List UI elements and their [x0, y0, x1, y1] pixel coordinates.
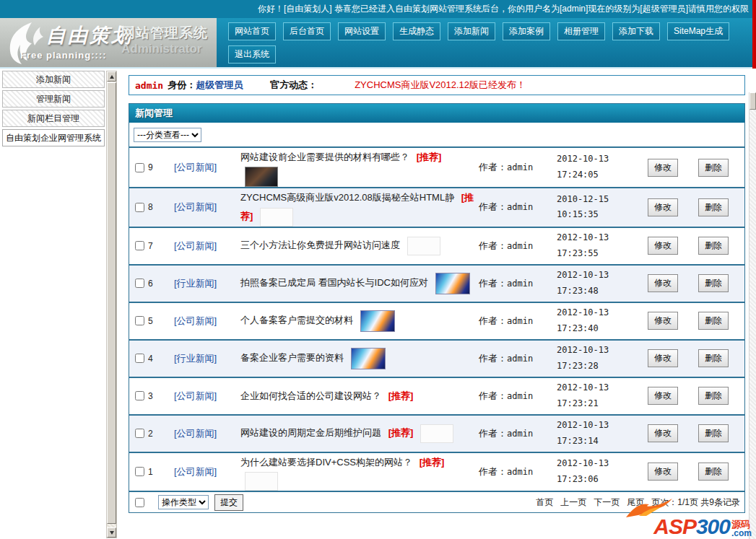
nav-item-7[interactable]: 相册管理 [557, 22, 605, 40]
nav-item-4[interactable]: 生成静态 [393, 22, 440, 40]
table-row: 8 [公司新闻] ZYCHCMS高级商业版v2012.08版揭秘全站HTML静 … [129, 187, 744, 227]
row-category-link[interactable]: [行业新闻] [174, 277, 240, 290]
news-table: 9 [公司新闻] 网站建设前企业需要提供的材料有哪些？ [推荐] 作者：admi… [129, 146, 744, 491]
sidebar-item-6[interactable]: 管理新闻 [2, 90, 105, 108]
row-title-link[interactable]: ZYCHCMS高级商业版v2012.08版揭秘全站HTML静 [240, 192, 454, 203]
sidebar-scroll-thumb[interactable] [107, 82, 116, 524]
brand-name-en: Free planning:::: [20, 50, 107, 61]
nav-item-5[interactable]: 添加新闻 [448, 22, 495, 40]
role-value: 超级管理员 [196, 79, 243, 92]
page-link-1[interactable]: 首页 [536, 497, 553, 507]
row-category-link[interactable]: [公司新闻] [174, 161, 240, 174]
sidebar: 系统设置单页管理视频管理新闻频道添加新闻管理新闻新闻栏目管理服务项目团队管理产品… [0, 70, 125, 539]
row-checkbox[interactable] [135, 163, 144, 172]
admin-info-bar: admin 身份： 超级管理员 官方动态： ZYCHCMS商业版V2012.12… [129, 75, 745, 95]
category-filter-select[interactable]: ---分类查看--- [134, 128, 201, 142]
row-category-link[interactable]: [公司新闻] [174, 315, 240, 328]
row-category-link[interactable]: [公司新闻] [174, 465, 240, 478]
welcome-bar: 你好！[自由策划人] 恭喜您已经进入自由策划网站管理系统后台，你的用户名为[ad… [0, 0, 756, 18]
sidebar-item-7[interactable]: 新闻栏目管理 [2, 110, 105, 127]
delete-button[interactable]: 删除 [698, 237, 729, 255]
page-link-2[interactable]: 上一页 [560, 497, 586, 507]
row-checkbox[interactable] [135, 429, 144, 438]
main-scroll-thumb[interactable] [750, 92, 756, 110]
edit-button[interactable]: 修改 [648, 424, 678, 442]
row-title-link[interactable]: 网站建设前企业需要提供的材料有哪些？ [240, 152, 409, 162]
submit-button[interactable]: 提交 [214, 494, 243, 511]
row-checkbox[interactable] [135, 241, 144, 250]
row-title-link[interactable]: 拍照备案已成定局 看国内站长与IDC如何应对 [240, 277, 428, 288]
edit-button[interactable]: 修改 [648, 387, 678, 405]
nav-item-8[interactable]: 添加下载 [612, 22, 660, 40]
nav-item-6[interactable]: 添加案例 [503, 22, 550, 40]
edit-button[interactable]: 修改 [648, 237, 678, 255]
delete-button[interactable]: 删除 [698, 312, 729, 330]
scroll-down-button[interactable] [107, 527, 116, 538]
row-title-link[interactable]: 企业如何找合适的公司建设网站？ [240, 390, 381, 401]
edit-button[interactable]: 修改 [648, 274, 678, 292]
role-label: 身份： [168, 79, 196, 92]
nav-item-9[interactable]: SiteMap生成 [667, 22, 729, 40]
page-link-3[interactable]: 下一页 [594, 497, 620, 507]
edit-button[interactable]: 修改 [648, 463, 678, 481]
row-checkbox[interactable] [135, 279, 144, 288]
brand-name-cn: 自由策划 [46, 22, 133, 48]
row-number: 2 [148, 429, 174, 439]
nav-item-2[interactable]: 后台首页 [283, 22, 331, 40]
edit-button[interactable]: 修改 [648, 349, 678, 367]
header: 自由策划 Free planning:::: 网站管理系统 Administra… [0, 18, 756, 69]
delete-button[interactable]: 删除 [698, 274, 729, 292]
edit-button[interactable]: 修改 [648, 198, 678, 216]
row-checkbox[interactable] [135, 203, 144, 212]
select-all-checkbox[interactable] [135, 498, 144, 507]
row-title-link[interactable]: 个人备案客户需提交的材料 [240, 315, 353, 325]
edit-button[interactable]: 修改 [648, 312, 678, 330]
main-scrollbar[interactable] [749, 92, 756, 539]
scroll-up-button[interactable] [107, 71, 116, 82]
row-title-link[interactable]: 网站建设的周期定金后期维护问题 [240, 427, 381, 438]
row-datetime: 2010-12-1510:15:35 [557, 192, 638, 223]
row-title-link[interactable]: 为什么建站要选择DIV+CSS构架的网站？ [240, 457, 412, 468]
sidebar-scrollbar[interactable] [106, 71, 117, 538]
row-title-link[interactable]: 三个小方法让你免费提升网站访问速度 [240, 240, 400, 250]
delete-button[interactable]: 删除 [698, 349, 729, 367]
row-number: 6 [148, 279, 174, 289]
table-row: 4 [行业新闻] 备案企业客户需要的资料 作者：admin 2012-10-13… [129, 339, 744, 377]
row-category-link[interactable]: [行业新闻] [174, 352, 240, 365]
delete-button[interactable]: 删除 [698, 159, 729, 177]
table-row: 2 [公司新闻] 网站建设的周期定金后期维护问题 [推荐] 作者：admin 2… [129, 414, 744, 452]
product-name-en: Administrator [121, 42, 208, 56]
admin-page: 你好！[自由策划人] 恭喜您已经进入自由策划网站管理系统后台，你的用户名为[ad… [0, 0, 756, 539]
delete-button[interactable]: 删除 [698, 387, 729, 405]
row-title-link[interactable]: 备案企业客户需要的资料 [240, 352, 344, 363]
top-nav: 网站首页后台首页网站设置生成静态添加新闻添加案例相册管理添加下载SiteMap生… [217, 18, 756, 67]
row-category-link[interactable]: [公司新闻] [174, 240, 240, 253]
row-category-link[interactable]: [公司新闻] [174, 390, 240, 403]
row-category-link[interactable]: [公司新闻] [174, 427, 240, 440]
row-author: 作者：admin [479, 161, 557, 174]
row-checkbox[interactable] [135, 467, 144, 476]
row-title-cell: 企业如何找合适的公司建设网站？ [推荐] [240, 387, 479, 406]
row-thumbnail [260, 208, 293, 227]
row-checkbox[interactable] [135, 391, 144, 400]
action-type-select[interactable]: 操作类型 [158, 495, 209, 509]
delete-button[interactable]: 删除 [698, 424, 729, 442]
edit-button[interactable]: 修改 [648, 159, 678, 177]
sidebar-item-5[interactable]: 添加新闻 [2, 71, 105, 88]
row-number: 7 [148, 241, 174, 251]
row-checkbox[interactable] [135, 354, 144, 363]
row-number: 3 [148, 391, 174, 401]
row-category-link[interactable]: [公司新闻] [174, 201, 240, 214]
row-title-cell: ZYCHCMS高级商业版v2012.08版揭秘全站HTML静 [推荐] [240, 188, 479, 227]
delete-button[interactable]: 删除 [698, 463, 729, 481]
filter-row: ---分类查看--- [129, 123, 744, 146]
nav-item-10[interactable]: 退出系统 [228, 45, 276, 63]
nav-item-3[interactable]: 网站设置 [338, 22, 386, 40]
row-title-cell: 备案企业客户需要的资料 [240, 348, 479, 369]
nav-item-1[interactable]: 网站首页 [228, 22, 276, 40]
delete-button[interactable]: 删除 [698, 198, 729, 216]
row-number: 5 [148, 316, 174, 326]
row-checkbox[interactable] [135, 316, 144, 325]
row-title-cell: 三个小方法让你免费提升网站访问速度 [240, 236, 479, 255]
table-row: 5 [公司新闻] 个人备案客户需提交的材料 作者：admin 2012-10-1… [129, 302, 744, 339]
